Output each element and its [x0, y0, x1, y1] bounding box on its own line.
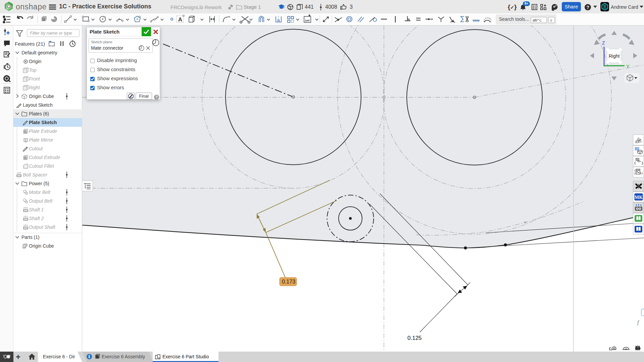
svg-text:0.173: 0.173 [282, 279, 295, 285]
svg-text:Z: Z [602, 40, 605, 46]
svg-text:f: f [637, 319, 640, 325]
svg-text:x): x) [640, 171, 643, 175]
svg-text:Right: Right [609, 53, 620, 59]
svg-text:0.125: 0.125 [407, 335, 422, 341]
svg-text:alt/⌥: alt/⌥ [533, 18, 542, 22]
svg-text:c: c [550, 18, 552, 22]
svg-text:DXF: DXF [305, 19, 310, 22]
svg-text:A: A [178, 16, 182, 23]
svg-text:Y: Y [626, 64, 630, 69]
svg-text:MK: MK [634, 195, 642, 200]
svg-text:Search tools...: Search tools... [499, 16, 529, 22]
svg-text:?: ? [586, 5, 589, 10]
